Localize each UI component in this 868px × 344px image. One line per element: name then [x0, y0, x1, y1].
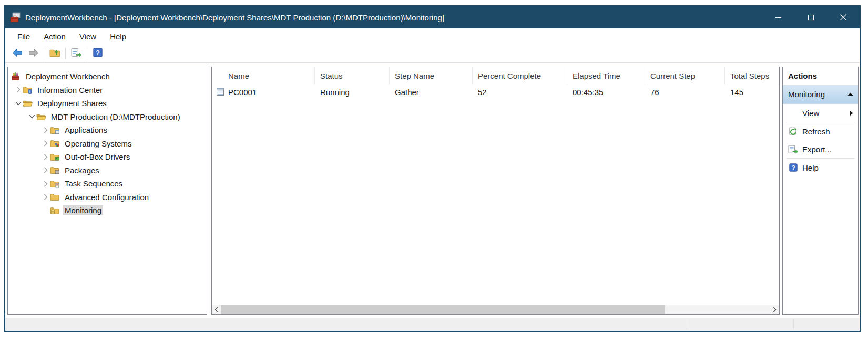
menu-item-view[interactable]: View: [73, 30, 103, 43]
menu-item-action[interactable]: Action: [37, 30, 73, 43]
row-elapsed-time-value: 00:45:35: [573, 88, 603, 97]
content-area: Deployment Workbench i Information Cente…: [5, 67, 860, 315]
folder-drivers-icon: [50, 152, 60, 161]
chevron-right-icon[interactable]: [42, 193, 50, 201]
table-row[interactable]: PC0001 Running Gather 52 00:45:35 76 145: [212, 85, 779, 99]
app-window: DeploymentWorkbench - [Deployment Workbe…: [4, 5, 861, 332]
tree-item-task-sequences[interactable]: Task Sequences: [8, 177, 207, 191]
maximize-button[interactable]: [794, 6, 827, 28]
help-icon: ?: [93, 48, 103, 59]
export-list-icon: [71, 48, 81, 59]
column-header-current-step[interactable]: Current Step: [645, 67, 725, 85]
list-header: Name Status Step Name Percent Complete E…: [212, 67, 779, 85]
column-header-status[interactable]: Status: [315, 67, 390, 85]
results-pane: Name Status Step Name Percent Complete E…: [211, 67, 780, 315]
app-icon: [10, 12, 21, 23]
cell-percent-complete: 52: [473, 88, 567, 97]
console-tree-pane: Deployment Workbench i Information Cente…: [7, 67, 207, 315]
tree-item-label: Deployment Shares: [36, 98, 108, 108]
chevron-right-icon[interactable]: [42, 126, 50, 134]
tree-item-label: Task Sequences: [63, 179, 124, 189]
tree-item-out-of-box-drivers[interactable]: Out-of-Box Drivers: [8, 150, 207, 164]
close-button[interactable]: [827, 6, 860, 28]
row-status-value: Running: [320, 88, 350, 97]
computer-entry-icon: [216, 88, 224, 96]
window-controls: [762, 6, 860, 28]
folder-task-sequences-icon: [50, 179, 60, 188]
column-header-label: Step Name: [395, 71, 434, 80]
toolbar-separator: [65, 48, 66, 59]
chevron-right-icon[interactable]: [42, 153, 50, 161]
folder-operating-systems-icon: [50, 139, 60, 148]
cell-total-steps: 145: [725, 88, 779, 97]
svg-text:?: ?: [96, 49, 100, 57]
row-percent-complete-value: 52: [478, 88, 487, 97]
svg-text:?: ?: [791, 164, 795, 171]
tree-item-monitoring[interactable]: Monitoring: [8, 204, 207, 217]
chevron-right-icon[interactable]: [42, 139, 50, 148]
refresh-icon: [787, 127, 799, 136]
menu-item-file[interactable]: File: [11, 30, 37, 43]
action-item-view[interactable]: View: [783, 104, 858, 122]
forward-button[interactable]: [25, 46, 41, 61]
action-item-label: View: [802, 109, 819, 118]
chevron-down-icon[interactable]: [28, 112, 36, 121]
action-item-refresh[interactable]: Refresh: [783, 122, 858, 140]
tree-item-packages[interactable]: Packages: [8, 164, 207, 178]
folder-up-icon: [49, 48, 60, 59]
actions-group-label: Monitoring: [788, 90, 825, 99]
chevron-right-icon[interactable]: [42, 180, 50, 188]
tree-item-label: Monitoring: [63, 205, 103, 215]
horizontal-scrollbar[interactable]: [212, 305, 779, 314]
minimize-button[interactable]: [762, 6, 794, 28]
column-header-name[interactable]: Name: [212, 67, 315, 85]
export-list-button[interactable]: [68, 46, 84, 61]
tree-item-deployment-shares[interactable]: Deployment Shares: [8, 97, 207, 110]
column-header-step-name[interactable]: Step Name: [390, 67, 473, 85]
action-item-export[interactable]: Export...: [783, 140, 858, 158]
actions-group-monitoring[interactable]: Monitoring: [783, 85, 858, 104]
tree-item-deployment-workbench[interactable]: Deployment Workbench: [8, 70, 207, 84]
column-header-label: Elapsed Time: [573, 71, 620, 80]
chevron-down-icon[interactable]: [14, 99, 23, 108]
cell-step-name: Gather: [390, 88, 473, 97]
actions-pane: Actions Monitoring View: [782, 67, 859, 315]
column-header-total-steps[interactable]: Total Steps: [725, 67, 779, 85]
status-bar: [5, 318, 860, 331]
row-total-steps-value: 145: [730, 88, 743, 97]
tree-item-mdt-production[interactable]: MDT Production (D:\MDTProduction): [8, 110, 207, 124]
help-icon: ?: [787, 163, 799, 172]
chevron-right-icon[interactable]: [14, 86, 23, 94]
tree-item-label: Information Center: [36, 85, 104, 95]
action-item-help[interactable]: ? Help: [783, 159, 858, 176]
help-button[interactable]: ?: [90, 46, 106, 61]
chevron-right-icon[interactable]: [42, 166, 50, 174]
collapse-caret-icon[interactable]: [847, 92, 853, 96]
scroll-right-arrow[interactable]: [770, 305, 779, 314]
menu-bar: File Action View Help: [5, 28, 860, 45]
scrollbar-thumb[interactable]: [221, 305, 665, 314]
svg-text:i: i: [29, 90, 30, 93]
tree-item-information-center[interactable]: i Information Center: [8, 84, 207, 97]
column-header-percent-complete[interactable]: Percent Complete: [473, 67, 567, 85]
screenshot: DeploymentWorkbench - [Deployment Workbe…: [0, 0, 868, 344]
folder-info-icon: i: [23, 86, 33, 95]
actions-title-label: Actions: [788, 71, 817, 80]
back-button[interactable]: [9, 46, 25, 61]
tree-item-operating-systems[interactable]: Operating Systems: [8, 137, 207, 151]
folder-open-icon: [36, 112, 46, 121]
scroll-left-arrow[interactable]: [212, 305, 221, 314]
title-bar: DeploymentWorkbench - [Deployment Workbe…: [5, 6, 860, 28]
folder-monitoring-icon: [50, 206, 60, 215]
column-header-label: Current Step: [650, 71, 695, 80]
action-item-label: Refresh: [802, 127, 830, 136]
tree-item-advanced-configuration[interactable]: Advanced Configuration: [8, 191, 207, 204]
up-one-level-button[interactable]: [47, 46, 63, 61]
folder-open-icon: [23, 99, 33, 108]
menu-item-help[interactable]: Help: [103, 30, 133, 43]
tree-item-label: Deployment Workbench: [24, 71, 111, 81]
folder-applications-icon: [50, 126, 60, 134]
tree-item-applications[interactable]: Applications: [8, 123, 207, 137]
column-header-elapsed-time[interactable]: Elapsed Time: [567, 67, 645, 85]
expander-placeholder: [42, 206, 50, 215]
